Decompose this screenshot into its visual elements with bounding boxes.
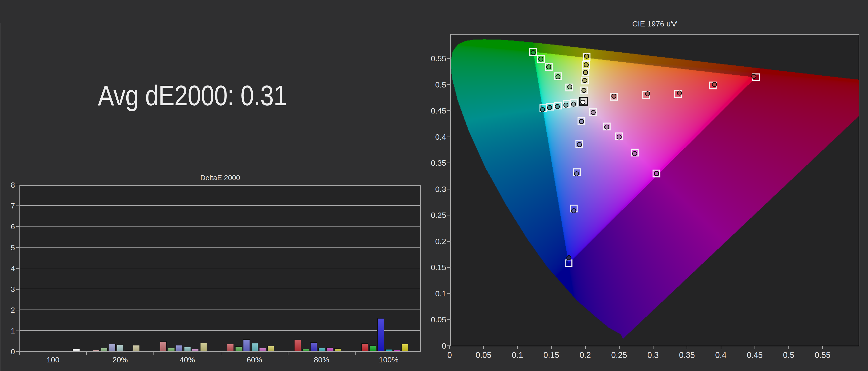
cie-y-tick	[447, 189, 450, 189]
bar-x-tick	[288, 352, 288, 355]
bar-y-tick	[16, 226, 20, 227]
avg-de2000-text: Avg dE2000: 0.31	[98, 82, 287, 110]
measured-dot-magenta-60	[617, 135, 621, 139]
bar-60%-red	[227, 344, 234, 351]
cie-x-tick	[687, 346, 687, 349]
measured-dot-red-20	[612, 94, 616, 98]
bar-chart-title: DeltaE 2000	[20, 174, 421, 182]
cie-x-tick	[551, 346, 552, 349]
bar-gridline	[20, 247, 420, 248]
measured-dot-red-60	[677, 91, 682, 95]
bar-80%-magenta	[326, 347, 333, 351]
cie-x-label: 0.15	[533, 350, 569, 360]
measured-dot-magenta-100	[654, 172, 659, 176]
bar-gridline	[20, 268, 420, 268]
bar-y-tick	[16, 289, 20, 289]
cie-x-tick	[822, 346, 823, 349]
bar-x-tick	[19, 352, 20, 355]
delta-e-bar-plot	[20, 185, 421, 352]
cie-x-label: 0.2	[567, 350, 603, 360]
bar-x-tick	[355, 352, 355, 355]
bar-80%-red	[294, 340, 301, 351]
cie-y-tick	[447, 241, 450, 242]
bar-y-tick	[16, 331, 20, 331]
cie-chart-title: CIE 1976 u'v'	[450, 20, 860, 28]
bar-y-tick	[16, 268, 20, 269]
bar-gridline	[20, 310, 420, 310]
bar-20%-cyan	[117, 345, 124, 351]
bar-80%-yellow	[334, 348, 341, 351]
cie-y-label: 0.3	[418, 184, 446, 194]
cie-y-tick	[447, 215, 450, 215]
cie-measurement-markers	[451, 35, 859, 346]
measured-dot-green-80	[539, 57, 543, 61]
bar-y-label: 0	[1, 347, 15, 357]
cie-y-label: 0.55	[418, 54, 446, 63]
cie-x-label: 0.3	[635, 350, 671, 360]
bar-20%-red	[93, 350, 100, 351]
bar-100%-cyan	[385, 349, 393, 351]
cie-y-label: 0.15	[418, 263, 446, 272]
bar-y-tick	[16, 185, 20, 185]
cie-y-tick	[447, 319, 450, 320]
bar-gridline	[20, 205, 420, 206]
bar-gridline	[20, 226, 420, 226]
cie-x-tick	[585, 346, 586, 349]
bar-y-label: 8	[1, 180, 15, 190]
cie-y-label: 0.4	[418, 132, 446, 142]
bar-40%-cyan	[184, 347, 191, 351]
bar-y-tick	[16, 247, 20, 248]
bar-60%-green	[235, 346, 242, 351]
cie-x-tick	[619, 346, 620, 349]
bar-60%-blue	[243, 339, 250, 351]
measured-dot-green-40	[556, 74, 560, 79]
cie-y-tick	[447, 110, 450, 111]
cie-x-label: 0.05	[465, 350, 502, 360]
cie-y-tick	[447, 84, 450, 85]
bar-y-label: 4	[1, 264, 15, 273]
bar-20%-blue	[109, 344, 116, 351]
bar-40%-blue	[176, 345, 183, 351]
bar-gridline	[20, 330, 420, 331]
measured-dot-yellow-100	[585, 54, 589, 58]
bar-40%-green	[168, 348, 175, 351]
cie-y-tick	[447, 162, 450, 163]
measured-dot-green-60	[547, 65, 551, 69]
cie-y-label: 0.2	[418, 237, 446, 246]
measured-dot-magenta-40	[604, 125, 609, 129]
bar-60%-magenta	[259, 348, 266, 351]
cie-y-tick	[447, 293, 450, 294]
bar-80%-cyan	[318, 348, 325, 351]
cie-x-label: 0.35	[669, 350, 705, 360]
bar-y-tick	[16, 351, 20, 352]
measured-dot-white	[581, 100, 585, 104]
cie-x-tick	[483, 346, 484, 349]
cie-y-label: 0.35	[418, 158, 446, 168]
cie-y-label: 0	[418, 341, 446, 351]
bar-100%-yellow	[401, 344, 408, 351]
bar-x-label: 20%	[98, 355, 143, 364]
target-square-blue-100	[565, 260, 572, 267]
cie-x-label: 0	[432, 350, 468, 360]
measured-dot-red-40	[646, 92, 650, 96]
cie-x-tick	[754, 346, 755, 349]
bar-x-label: 100%	[366, 355, 411, 364]
bar-40%-red	[160, 341, 167, 351]
bar-60%-cyan	[251, 343, 258, 351]
cie-y-tick	[447, 58, 450, 59]
cie-x-label: 0.1	[499, 350, 535, 360]
bar-20%-yellow	[133, 345, 140, 351]
bar-y-tick	[16, 310, 20, 310]
bar-x-label: 80%	[299, 355, 344, 364]
cie-y-tick	[447, 345, 450, 346]
bar-100-white	[72, 349, 80, 351]
cie-x-label: 0.5	[771, 350, 807, 360]
bar-20%-magenta	[125, 350, 132, 351]
cie-y-label: 0.1	[418, 289, 446, 299]
measured-dot-cyan-100	[540, 107, 545, 112]
bar-100%-magenta	[393, 350, 400, 351]
bar-gridline	[20, 289, 420, 289]
bar-y-tick	[16, 206, 20, 206]
measured-dot-blue-60	[575, 172, 579, 176]
measured-dot-cyan-40	[564, 103, 568, 107]
